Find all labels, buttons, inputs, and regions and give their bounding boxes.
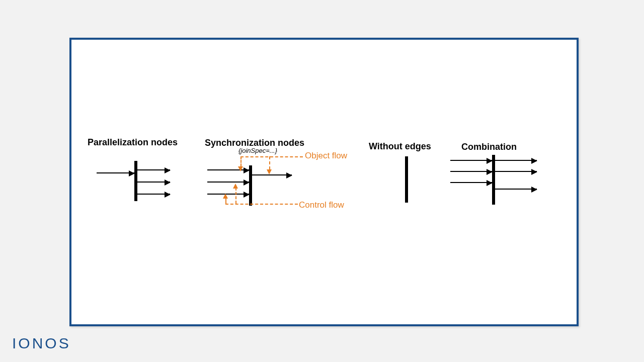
parallelization-out-arrow-1 — [137, 169, 170, 170]
parallelization-out-arrow-2 — [137, 182, 170, 183]
control-flow-dash-v-mid — [235, 188, 236, 204]
object-flow-arrowhead-right — [267, 169, 272, 174]
object-flow-dash-v-left — [240, 156, 242, 166]
control-flow-dash-h — [225, 204, 298, 205]
parallelization-fork-bar — [134, 161, 137, 201]
combination-in-arrow-1 — [450, 160, 492, 161]
parallelization-title: Parallelization nodes — [88, 137, 178, 148]
synchronization-in-arrow-2 — [207, 182, 249, 183]
combination-in-arrow-2 — [450, 171, 492, 172]
combination-title: Combination — [461, 142, 517, 152]
join-spec-label: {joinSpec=...} — [238, 147, 277, 154]
without-edges-title: Without edges — [369, 141, 431, 152]
without-edges-bar — [405, 156, 408, 203]
control-flow-label: Control flow — [299, 200, 344, 210]
diagram-frame: Parallelization nodes Synchronization no… — [69, 38, 579, 326]
object-flow-dash-v-right — [269, 156, 270, 169]
parallelization-in-arrow — [97, 172, 134, 173]
synchronization-out-arrow — [252, 174, 292, 175]
control-flow-arrowhead-bot — [223, 194, 228, 199]
object-flow-arrowhead-left — [238, 166, 243, 171]
object-flow-dash-h — [240, 156, 303, 157]
combination-out-arrow-1 — [495, 160, 537, 161]
parallelization-out-arrow-3 — [137, 194, 170, 195]
combination-out-arrow-3 — [495, 189, 537, 190]
combination-out-arrow-2 — [495, 171, 537, 172]
object-flow-label: Object flow — [305, 151, 347, 161]
synchronization-in-arrow-3 — [207, 194, 249, 195]
control-flow-arrowhead-mid — [233, 184, 238, 189]
combination-in-arrow-3 — [450, 182, 492, 183]
ionos-logo: IONOS — [12, 335, 71, 352]
